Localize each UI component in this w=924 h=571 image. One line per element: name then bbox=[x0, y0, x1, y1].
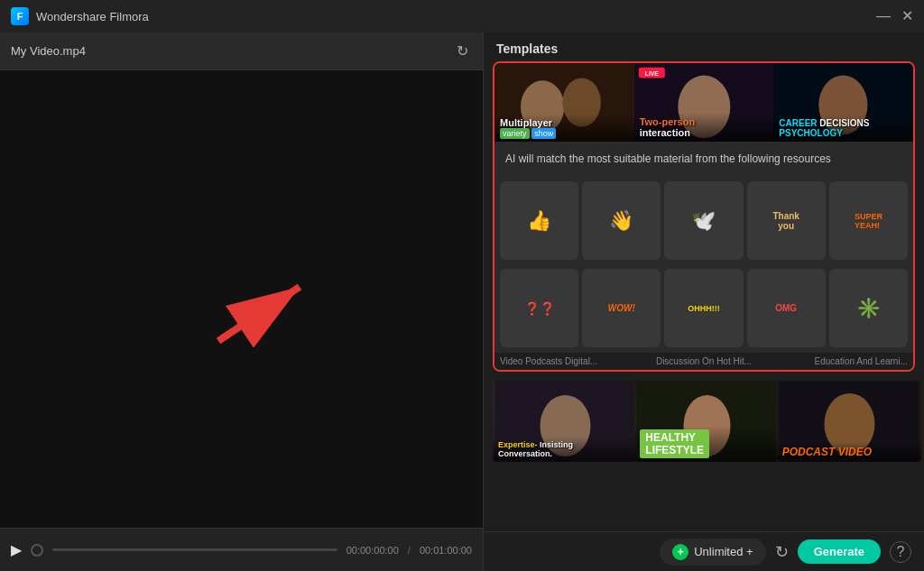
timeline-bar: ▶ 00:00:00:00 / 00:01:00:00 bbox=[0, 528, 483, 571]
title-bar: F Wondershare Filmora — ✕ bbox=[0, 0, 924, 32]
sticker-thumbsup[interactable]: 👍 bbox=[500, 181, 578, 260]
play-button[interactable]: ▶ bbox=[11, 541, 22, 558]
generate-button[interactable]: Generate bbox=[798, 539, 881, 564]
bottom-label-1: Video Podcasts Digital... bbox=[500, 356, 636, 366]
sticker-omg[interactable]: OMG bbox=[747, 269, 826, 347]
time-current: 00:00:00:00 bbox=[346, 545, 399, 556]
sticker-sparks[interactable]: ✳️ bbox=[829, 269, 908, 347]
refresh-generate-button[interactable]: ↻ bbox=[775, 542, 789, 562]
help-button[interactable]: ? bbox=[890, 541, 911, 563]
sticker-wave[interactable]: 👋 bbox=[582, 181, 661, 260]
file-bar: My Video.mp4 ↻ bbox=[0, 32, 483, 70]
refresh-button[interactable]: ↻ bbox=[453, 39, 472, 63]
right-panel: Templates bbox=[484, 32, 924, 571]
template-card-multiplayer[interactable]: Multiplayer variety show bbox=[494, 63, 634, 142]
sticker-ohhh[interactable]: OHHH!!! bbox=[664, 269, 743, 347]
main-content: My Video.mp4 ↻ ▶ 00:00:00:00 / 00:01:00:… bbox=[0, 32, 924, 571]
templates-scroll[interactable]: Multiplayer variety show bbox=[484, 61, 924, 531]
template-overlay-multiplayer: Multiplayer variety show bbox=[494, 114, 634, 142]
minimize-button[interactable]: — bbox=[876, 9, 891, 23]
template-card-two-person[interactable]: LIVE Two-personinteraction bbox=[634, 63, 774, 142]
bottom-label-3: Education And Learni... bbox=[772, 356, 908, 366]
template-overlay-two-person: Two-personinteraction bbox=[634, 113, 774, 142]
bottom-label-2: Discussion On Hot Hit... bbox=[636, 356, 772, 366]
sticker-grid-2: ❓❓ WOW! OHHH!!! OMG ✳️ bbox=[494, 265, 913, 353]
template-card-podcast[interactable]: PODCAST VIDEO bbox=[777, 381, 921, 462]
template-card-healthy[interactable]: HEALTHYLIFESTYLE bbox=[634, 381, 779, 462]
template-overlay-expertise: Expertise- InsistingConversation. bbox=[493, 437, 637, 462]
progress-track[interactable] bbox=[52, 548, 337, 551]
unlimited-label: Unlimited + bbox=[694, 545, 753, 558]
app-title: Wondershare Filmora bbox=[36, 10, 149, 23]
title-bar-left: F Wondershare Filmora bbox=[11, 7, 149, 25]
app-logo: F bbox=[11, 7, 29, 25]
close-button[interactable]: ✕ bbox=[901, 9, 913, 23]
sticker-questions[interactable]: ❓❓ bbox=[500, 269, 578, 347]
unlimited-icon: + bbox=[672, 544, 688, 560]
template-overlay-career: CAREER DECISIONS PSYCHOLOGY bbox=[773, 115, 913, 142]
templates-header: Templates bbox=[484, 32, 924, 61]
sticker-dove[interactable]: 🕊️ bbox=[664, 181, 743, 260]
left-panel: My Video.mp4 ↻ ▶ 00:00:00:00 / 00:01:00:… bbox=[0, 32, 484, 571]
template-card-career[interactable]: CAREER DECISIONS PSYCHOLOGY bbox=[773, 63, 913, 142]
video-preview bbox=[0, 70, 483, 528]
unlimited-button[interactable]: + Unlimited + bbox=[660, 539, 765, 566]
template-grid-top: Multiplayer variety show bbox=[494, 63, 913, 142]
sticker-thankyou[interactable]: Thankyou bbox=[747, 181, 826, 260]
template-overlay-healthy: HEALTHYLIFESTYLE bbox=[634, 426, 779, 462]
time-total: 00:01:00:00 bbox=[420, 545, 472, 556]
progress-indicator bbox=[31, 544, 43, 557]
ai-info-box: AI will match the most suitable material… bbox=[494, 142, 913, 176]
sticker-grid-1: 👍 👋 🕊️ Thankyou SUPERYEAH! bbox=[494, 176, 913, 265]
template-card-expertise[interactable]: Expertise- InsistingConversation. bbox=[493, 381, 637, 462]
red-arrow bbox=[209, 278, 318, 350]
featured-section: Multiplayer variety show bbox=[493, 61, 915, 372]
time-divider: / bbox=[408, 545, 411, 556]
ai-info-text: AI will match the most suitable material… bbox=[505, 152, 831, 165]
bottom-bar: + Unlimited + ↻ Generate ? bbox=[484, 531, 924, 571]
title-bar-controls: — ✕ bbox=[876, 9, 913, 23]
bottom-labels-row: Video Podcasts Digital... Discussion On … bbox=[494, 353, 913, 370]
sticker-wow[interactable]: WOW! bbox=[582, 269, 661, 347]
svg-line-1 bbox=[218, 287, 300, 341]
file-name: My Video.mp4 bbox=[11, 44, 446, 58]
template-grid-bottom: Expertise- InsistingConversation. bbox=[493, 381, 915, 462]
template-overlay-podcast: PODCAST VIDEO bbox=[777, 442, 921, 462]
sticker-yeah[interactable]: SUPERYEAH! bbox=[829, 181, 908, 260]
svg-text:LIVE: LIVE bbox=[644, 70, 659, 77]
